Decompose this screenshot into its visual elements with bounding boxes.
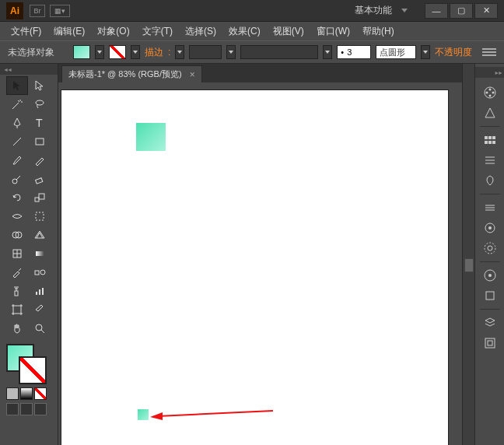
brush-profile-dd[interactable] xyxy=(421,45,430,59)
eraser-tool[interactable] xyxy=(29,170,51,188)
width-tool[interactable] xyxy=(6,207,28,226)
eyedropper-tool[interactable] xyxy=(6,263,28,282)
color-mode-icon[interactable] xyxy=(6,387,19,400)
close-button[interactable]: ✕ xyxy=(474,3,498,19)
scale-tool[interactable] xyxy=(29,188,51,207)
fill-stroke-swatch[interactable] xyxy=(6,344,47,384)
stroke-color-icon[interactable] xyxy=(19,356,47,384)
mesh-tool[interactable] xyxy=(6,244,28,263)
layers-panel-icon[interactable] xyxy=(479,313,501,333)
stroke-weight-dd[interactable] xyxy=(226,45,236,59)
transparency-panel-icon[interactable] xyxy=(479,238,501,258)
stroke-label[interactable]: 描边 xyxy=(145,46,163,59)
column-graph-tool[interactable] xyxy=(29,282,51,300)
svg-point-36 xyxy=(488,226,492,230)
brushes-panel-icon[interactable] xyxy=(479,150,501,170)
graphic-styles-panel-icon[interactable] xyxy=(479,286,501,306)
fill-swatch[interactable] xyxy=(73,45,90,59)
tools-collapse-icon[interactable] xyxy=(0,64,58,75)
fill-dropdown-icon[interactable] xyxy=(95,45,104,59)
menu-window[interactable]: 窗口(W) xyxy=(310,23,356,40)
rectangle-shape-large[interactable] xyxy=(136,123,166,151)
document-tab[interactable]: 未标题-1* @ 83% (RGB/预览) × xyxy=(61,65,202,82)
artboards-panel-icon[interactable] xyxy=(479,333,501,353)
pencil-tool[interactable] xyxy=(29,151,51,170)
zoom-tool[interactable] xyxy=(29,319,51,338)
panel-expand-icon[interactable] xyxy=(475,67,504,78)
bridge-icon[interactable]: Br xyxy=(30,5,45,17)
stroke-swatch[interactable] xyxy=(109,45,126,59)
brush-size-field[interactable]: •3 xyxy=(337,45,371,59)
svg-rect-30 xyxy=(488,136,492,139)
slice-tool[interactable] xyxy=(29,300,51,319)
stroke-dropdown-icon[interactable] xyxy=(131,45,140,59)
pen-tool[interactable] xyxy=(6,114,28,132)
svg-rect-34 xyxy=(492,141,495,144)
color-panel-icon[interactable] xyxy=(479,82,501,103)
menu-type[interactable]: 文字(T) xyxy=(136,23,179,40)
paintbrush-tool[interactable] xyxy=(6,151,28,170)
workspace-dropdown-icon[interactable] xyxy=(401,9,408,13)
draw-behind-icon[interactable] xyxy=(20,403,33,415)
tools-panel: T xyxy=(0,64,58,445)
svg-rect-31 xyxy=(492,136,495,139)
gradient-panel-icon[interactable] xyxy=(479,218,501,238)
var-width-profile[interactable] xyxy=(240,45,318,59)
direct-selection-tool[interactable] xyxy=(29,76,51,95)
hand-tool[interactable] xyxy=(6,319,28,338)
menu-edit[interactable]: 编辑(E) xyxy=(47,23,91,40)
stroke-weight-arrow[interactable] xyxy=(175,45,184,59)
svg-point-26 xyxy=(492,92,494,94)
selection-tool[interactable] xyxy=(6,76,28,95)
draw-inside-icon[interactable] xyxy=(34,403,47,415)
svg-line-21 xyxy=(41,330,44,333)
artboard[interactable] xyxy=(61,90,448,445)
color-guide-panel-icon[interactable] xyxy=(479,103,501,123)
blob-brush-tool[interactable] xyxy=(6,170,28,188)
menu-view[interactable]: 视图(V) xyxy=(267,23,310,40)
right-panel-strip xyxy=(474,64,504,445)
maximize-button[interactable]: ▢ xyxy=(450,3,473,19)
type-tool[interactable]: T xyxy=(29,114,51,132)
rotate-tool[interactable] xyxy=(6,188,28,207)
var-width-dd[interactable] xyxy=(323,45,332,59)
opacity-label[interactable]: 不透明度 xyxy=(435,46,472,59)
symbols-panel-icon[interactable] xyxy=(479,170,501,191)
menu-help[interactable]: 帮助(H) xyxy=(356,23,401,40)
gradient-tool[interactable] xyxy=(29,244,51,263)
none-mode-icon[interactable] xyxy=(34,387,47,400)
magic-wand-tool[interactable] xyxy=(6,95,28,114)
symbol-sprayer-tool[interactable] xyxy=(6,282,28,300)
rectangle-tool[interactable] xyxy=(29,132,51,151)
stroke-weight-field[interactable] xyxy=(189,45,222,59)
stroke-panel-icon[interactable] xyxy=(479,198,501,218)
shape-builder-tool[interactable] xyxy=(6,226,28,244)
svg-rect-8 xyxy=(36,212,44,220)
options-menu-icon[interactable] xyxy=(482,47,496,58)
appearance-panel-icon[interactable] xyxy=(479,265,501,286)
artboard-tool[interactable] xyxy=(6,300,28,319)
menu-select[interactable]: 选择(S) xyxy=(179,23,222,40)
menu-effect[interactable]: 效果(C) xyxy=(222,23,267,40)
draw-normal-icon[interactable] xyxy=(6,403,19,415)
svg-rect-12 xyxy=(36,251,44,256)
brush-profile-select[interactable]: 点圆形 xyxy=(376,45,416,59)
menu-file[interactable]: 文件(F) xyxy=(5,23,47,40)
rectangle-shape-small[interactable] xyxy=(138,409,149,420)
arrange-docs-icon[interactable]: ▦▾ xyxy=(50,5,70,17)
tab-close-icon[interactable]: × xyxy=(190,69,195,80)
swatches-panel-icon[interactable] xyxy=(479,130,501,150)
blend-tool[interactable] xyxy=(29,263,51,282)
vertical-scrollbar[interactable] xyxy=(462,64,474,445)
workspace-switcher[interactable]: 基本功能 xyxy=(355,4,392,17)
minimize-button[interactable]: — xyxy=(425,3,448,19)
scrollbar-thumb[interactable] xyxy=(464,258,474,272)
perspective-grid-tool[interactable] xyxy=(29,226,51,244)
menu-object[interactable]: 对象(O) xyxy=(91,23,135,40)
free-transform-tool[interactable] xyxy=(29,207,51,226)
gradient-mode-icon[interactable] xyxy=(20,387,33,400)
line-tool[interactable] xyxy=(6,132,28,151)
lasso-tool[interactable] xyxy=(29,95,51,114)
selection-status: 未选择对象 xyxy=(8,46,54,59)
svg-line-22 xyxy=(158,411,273,416)
